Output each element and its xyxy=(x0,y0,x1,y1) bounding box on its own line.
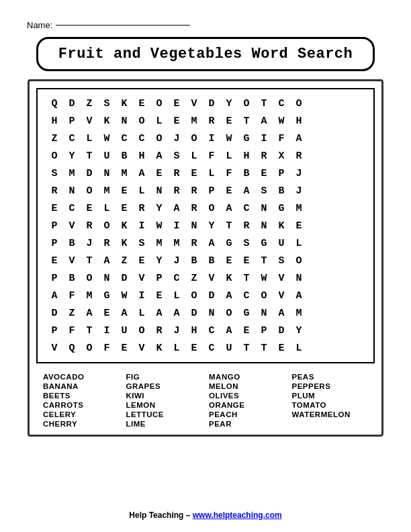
grid-cell: A xyxy=(220,200,238,217)
grid-cell: E xyxy=(168,95,185,112)
grid-cell: K xyxy=(116,234,133,252)
grid-cell: A xyxy=(255,112,273,130)
grid-cell: R xyxy=(290,147,308,165)
grid-cell: D xyxy=(116,269,133,287)
grid-cell: C xyxy=(238,200,255,217)
grid-cell: B xyxy=(185,252,203,269)
grid-cell: Y xyxy=(150,252,168,269)
grid-cell: E xyxy=(238,252,255,269)
grid-cell: Y xyxy=(203,217,220,234)
grid-cell: U xyxy=(220,339,238,357)
grid-cell: G xyxy=(98,287,116,304)
grid-cell: R xyxy=(185,234,203,252)
grid-cell: P xyxy=(203,182,220,200)
grid-cell: Y xyxy=(150,200,168,217)
grid-cell: K xyxy=(150,339,168,357)
grid-cell: O xyxy=(255,287,273,304)
grid-cell: E xyxy=(290,217,308,234)
grid-cell: R xyxy=(46,182,63,200)
grid-cell: L xyxy=(150,112,168,130)
grid-cell: K xyxy=(116,217,133,234)
word-item: PLUM xyxy=(292,392,369,400)
grid-cell: Z xyxy=(81,95,98,112)
footer-link[interactable]: www.helpteaching.com xyxy=(193,511,282,520)
grid-cell: V xyxy=(63,217,81,234)
grid-cell: B xyxy=(116,147,133,165)
grid-cell: N xyxy=(98,165,116,182)
name-underline xyxy=(56,25,190,26)
grid-cell: O xyxy=(290,252,308,269)
grid-cell: B xyxy=(63,269,81,287)
grid-cell: H xyxy=(46,112,63,130)
grid-cell: P xyxy=(46,322,63,339)
grid-cell: B xyxy=(238,165,255,182)
grid-cell: S xyxy=(168,147,185,165)
grid-cell: A xyxy=(81,304,98,322)
grid-cell: O xyxy=(98,217,116,234)
grid-cell: L xyxy=(290,339,308,357)
word-list: AVOCADOFIGMANGOPEASBANANAGRAPESMELONPEPP… xyxy=(36,373,375,428)
grid-cell: C xyxy=(133,130,150,147)
word-item: CELERY xyxy=(43,410,120,418)
grid-cell: S xyxy=(98,95,116,112)
grid-cell: E xyxy=(116,339,133,357)
grid-cell: C xyxy=(168,269,185,287)
grid-cell: T xyxy=(81,322,98,339)
grid-cell: G xyxy=(255,234,273,252)
grid-cell: J xyxy=(290,165,308,182)
grid-cell: M xyxy=(98,182,116,200)
grid-cell: I xyxy=(203,130,220,147)
grid-cell: M xyxy=(185,112,203,130)
grid-cell: W xyxy=(150,217,168,234)
grid-cell: C xyxy=(63,130,81,147)
word-item: GRAPES xyxy=(126,382,203,390)
grid-cell: N xyxy=(255,200,273,217)
table-row: PBONDVPCZVKTWVN xyxy=(46,269,308,287)
grid-cell: O xyxy=(133,112,150,130)
word-item: BANANA xyxy=(43,382,120,390)
grid-cell: G xyxy=(220,234,238,252)
word-item: ORANGE xyxy=(209,401,285,409)
grid-cell: N xyxy=(255,217,273,234)
grid-cell: B xyxy=(273,182,290,200)
grid-cell: E xyxy=(116,200,133,217)
grid-cell: P xyxy=(273,165,290,182)
word-item: PEAS xyxy=(292,373,369,381)
table-row: ECELERYAROACNGM xyxy=(46,200,308,217)
grid-cell: N xyxy=(255,304,273,322)
grid-cell: G xyxy=(238,304,255,322)
grid-cell: D xyxy=(81,165,98,182)
grid-cell: E xyxy=(220,112,238,130)
grid-cell: P xyxy=(150,269,168,287)
grid-cell: E xyxy=(133,252,150,269)
grid-cell: I xyxy=(98,322,116,339)
grid-cell: E xyxy=(98,304,116,322)
grid-cell: Z xyxy=(63,304,81,322)
grid-cell: O xyxy=(290,95,308,112)
grid-cell: A xyxy=(238,182,255,200)
grid-cell: A xyxy=(220,322,238,339)
grid-cell: H xyxy=(290,112,308,130)
grid-cell: R xyxy=(238,217,255,234)
grid-cell: K xyxy=(116,95,133,112)
grid-cell: R xyxy=(150,322,168,339)
grid-cell: A xyxy=(46,287,63,304)
grid-cell: M xyxy=(290,200,308,217)
grid-cell: S xyxy=(133,234,150,252)
grid-cell: T xyxy=(255,95,273,112)
grid-cell: E xyxy=(185,165,203,182)
grid-cell: W xyxy=(98,130,116,147)
grid-cell: E xyxy=(220,182,238,200)
grid-cell: F xyxy=(273,130,290,147)
grid-cell: E xyxy=(116,182,133,200)
grid-cell: H xyxy=(238,147,255,165)
word-item: WATERMELON xyxy=(292,410,369,418)
word-item: FIG xyxy=(126,373,203,381)
grid-cell: N xyxy=(203,304,220,322)
word-search-grid: QDZSKEOEVDYOTCOHPVKNOLEMRETAWHZCLWCCOJOI… xyxy=(36,88,375,363)
grid-cell: S xyxy=(46,165,63,182)
grid-cell: O xyxy=(46,147,63,165)
grid-cell: O xyxy=(203,200,220,217)
footer-text: Help Teaching – www.helpteaching.com xyxy=(129,511,281,520)
page-title: Fruit and Vegetables Word Search xyxy=(58,46,353,62)
